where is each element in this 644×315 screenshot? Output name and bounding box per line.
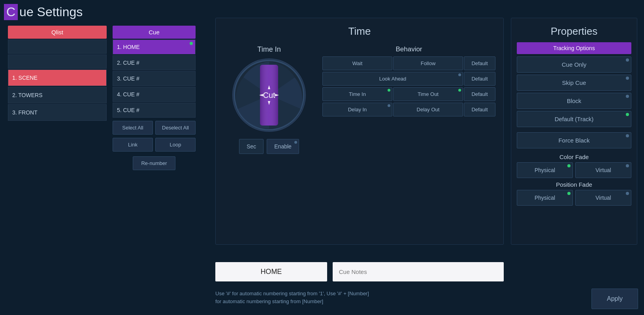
link-button[interactable]: Link [113, 138, 153, 152]
properties-title: Properties [517, 22, 631, 42]
hint-text: Use '#' for automatic numbering starting… [215, 290, 373, 305]
list-item[interactable] [8, 54, 107, 69]
default-track-dot [626, 113, 629, 116]
properties-panel: Properties Tracking Options Cue Only Ski… [511, 18, 637, 245]
delay-out-button[interactable]: Delay Out [393, 103, 463, 116]
loop-button[interactable]: Loop [155, 138, 196, 152]
renumber-button[interactable]: Re-number [133, 156, 175, 170]
list-item[interactable]: 1. HOME [113, 39, 196, 54]
time-panel-title: Time [216, 18, 503, 41]
list-item[interactable]: 2. TOWERS [8, 87, 107, 103]
cue-notes-input[interactable] [333, 262, 504, 281]
delay-in-button[interactable]: Delay In [322, 103, 392, 116]
apply-button[interactable]: Apply [591, 289, 638, 309]
enable-button[interactable]: Enable [267, 139, 299, 154]
default-button-4[interactable]: Default [464, 103, 495, 116]
default-button-2[interactable]: Default [464, 72, 495, 86]
sec-button[interactable]: Sec [239, 139, 264, 154]
skip-cue-dot [626, 77, 629, 80]
skip-cue-button[interactable]: Skip Cue [517, 75, 631, 91]
list-item[interactable]: 3. FRONT [8, 104, 107, 121]
dial-svg [232, 58, 307, 133]
default-button-3[interactable]: Default [464, 87, 495, 101]
qlist-panel: Qlist 1. SCENE 2. TOWERS 3. FRONT [8, 26, 107, 122]
color-virtual-dot [626, 164, 629, 167]
qlist-header: Qlist [8, 26, 107, 39]
cue-name-input[interactable] [215, 262, 327, 281]
color-physical-dot [567, 164, 571, 167]
position-fade-label: Position Fade [517, 181, 631, 188]
behavior-section: Behavior Wait Follow Default Look Ahead … [322, 45, 495, 154]
main-panel-inner: Time In [216, 41, 503, 158]
cue-header: Cue [113, 26, 196, 39]
block-button[interactable]: Block [517, 93, 631, 109]
list-item[interactable]: 3. CUE # [113, 71, 196, 86]
behavior-row-4: Delay In Delay Out Default [322, 103, 495, 116]
active-dot [190, 42, 193, 45]
enable-dot [294, 141, 297, 144]
position-fade-buttons: Physical Virtual [517, 190, 631, 206]
title-accent: C [4, 4, 18, 20]
time-in-button[interactable]: Time In [322, 87, 392, 101]
time-in-label: Time In [257, 45, 281, 54]
list-item[interactable] [8, 39, 107, 54]
page-title: Cue Settings [4, 4, 83, 20]
default-button-1[interactable]: Default [464, 56, 495, 70]
color-fade-buttons: Physical Virtual [517, 162, 631, 178]
time-in-section: Time In [224, 45, 314, 154]
main-panel: Time Time In [215, 18, 504, 245]
list-item[interactable]: 1. SCENE [8, 69, 107, 86]
time-out-button[interactable]: Time Out [393, 87, 463, 101]
cue-link-loop-buttons: Link Loop [113, 138, 196, 152]
color-fade-label: Color Fade [517, 154, 631, 160]
cue-action-buttons: Select All Deselect All [113, 121, 196, 135]
time-dial[interactable]: Cut [232, 58, 307, 133]
time-in-dot [388, 89, 390, 92]
position-physical-dot [567, 192, 571, 195]
behavior-row-3: Time In Time Out Default [322, 87, 495, 101]
behavior-row-1: Wait Follow Default [322, 56, 495, 70]
behavior-title: Behavior [322, 45, 495, 53]
look-ahead-dot [458, 73, 461, 76]
list-item[interactable]: 4. CUE # [113, 87, 196, 102]
wait-button[interactable]: Wait [322, 56, 392, 70]
qlist-items: 1. SCENE 2. TOWERS 3. FRONT [8, 39, 107, 121]
select-all-button[interactable]: Select All [113, 121, 153, 135]
follow-button[interactable]: Follow [393, 56, 463, 70]
color-physical-button[interactable]: Physical [517, 162, 573, 178]
delay-in-dot [388, 104, 390, 107]
behavior-row-2: Look Ahead Default [322, 72, 495, 86]
force-black-dot [626, 134, 629, 137]
look-ahead-button[interactable]: Look Ahead [322, 72, 463, 86]
cue-panel: Cue 1. HOME 2. CUE # 3. CUE # 4. CUE # 5… [113, 26, 196, 170]
time-controls: Sec Enable [239, 139, 299, 154]
cue-only-dot [626, 58, 629, 62]
tracking-options-header[interactable]: Tracking Options [517, 42, 631, 54]
cue-only-button[interactable]: Cue Only [517, 56, 631, 73]
list-item[interactable]: 2. CUE # [113, 55, 196, 70]
default-track-button[interactable]: Default (Track) [517, 111, 631, 127]
position-virtual-dot [626, 192, 629, 195]
cue-inputs-row [215, 262, 504, 281]
behavior-grid: Wait Follow Default Look Ahead Default T… [322, 56, 495, 116]
deselect-all-button[interactable]: Deselect All [155, 121, 196, 135]
time-out-dot [458, 89, 461, 92]
position-virtual-button[interactable]: Virtual [575, 190, 631, 206]
list-item[interactable]: 5. CUE # [113, 103, 196, 118]
position-physical-button[interactable]: Physical [517, 190, 573, 206]
cue-items: 1. HOME 2. CUE # 3. CUE # 4. CUE # 5. CU… [113, 39, 196, 118]
block-dot [626, 95, 629, 98]
force-black-button[interactable]: Force Black [517, 132, 631, 148]
color-virtual-button[interactable]: Virtual [575, 162, 631, 178]
